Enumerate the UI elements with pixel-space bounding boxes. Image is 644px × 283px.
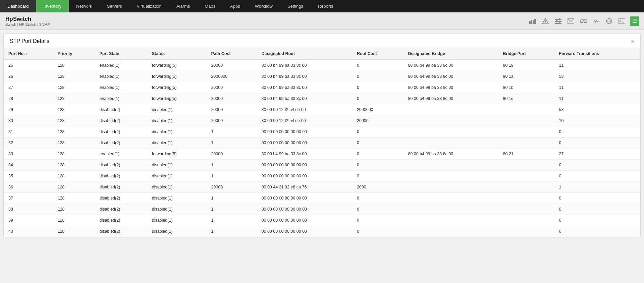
table-row: 35128disabled(2)disabled(1)100 00 00 00 … — [4, 171, 640, 182]
cell-root-cost: 0 — [352, 215, 404, 226]
svg-rect-12 — [559, 22, 560, 24]
cell-path-cost: 1 — [206, 215, 257, 226]
cell-port-state: enabled(1) — [95, 71, 147, 82]
cell-path-cost: 1 — [206, 193, 257, 204]
cell-forward-transitions: 11 — [554, 82, 640, 93]
cell-forward-transitions: 10 — [554, 115, 640, 126]
activity-icon[interactable] — [592, 16, 601, 26]
cell-priority: 128 — [53, 193, 95, 204]
cell-bridge-port — [498, 215, 554, 226]
cell-status: disabled(1) — [147, 104, 207, 115]
col-port-no.[interactable]: Port No. — [4, 48, 53, 60]
svg-rect-18 — [619, 18, 625, 24]
cell-priority: 128 — [53, 93, 95, 104]
cell-bridge-port — [498, 160, 554, 171]
close-button[interactable]: × — [631, 38, 634, 44]
alert-icon[interactable] — [541, 16, 550, 26]
cell-bridge-port — [498, 137, 554, 149]
nav-item-settings[interactable]: Settings — [280, 0, 311, 12]
cell-root-cost: 0 — [352, 71, 404, 82]
cell-status: forwarding(5) — [147, 149, 207, 160]
device-subtitle: Switch | HP Switch | SNMP — [5, 22, 50, 26]
cell-designated-root: 00 00 00 00 00 00 00 00 — [257, 204, 352, 215]
cell-port-state: enabled(1) — [95, 93, 147, 104]
cell-designated-bridge — [403, 171, 498, 182]
cell-port-no.: 32 — [4, 137, 53, 149]
table-row: 31128disabled(2)disabled(1)100 00 00 00 … — [4, 126, 640, 137]
cell-path-cost: 20000 — [206, 115, 257, 126]
cell-port-no.: 27 — [4, 82, 53, 93]
cell-root-cost: 0 — [352, 226, 404, 237]
cell-port-no.: 29 — [4, 104, 53, 115]
globe-icon[interactable] — [604, 16, 614, 26]
mail-icon[interactable] — [566, 16, 576, 26]
cell-status: disabled(1) — [147, 171, 207, 182]
nav-item-dashboard[interactable]: Dashboard — [0, 0, 36, 12]
cell-designated-root: 00 00 00 00 00 00 00 00 — [257, 137, 352, 149]
cell-root-cost: 0 — [352, 60, 404, 71]
config-icon[interactable] — [553, 16, 563, 26]
col-priority: Priority — [53, 48, 95, 60]
link-icon[interactable] — [579, 16, 588, 26]
cell-root-cost: 0 — [352, 160, 404, 171]
chart-icon[interactable] — [528, 16, 537, 26]
cell-status: forwarding(5) — [147, 93, 207, 104]
cell-port-state: disabled(2) — [95, 226, 147, 237]
cell-port-state: enabled(1) — [95, 60, 147, 71]
cell-priority: 128 — [53, 149, 95, 160]
cell-bridge-port: 80 1c — [498, 93, 554, 104]
cell-port-no.: 37 — [4, 193, 53, 204]
cell-port-state: enabled(1) — [95, 82, 147, 93]
nav-item-maps[interactable]: Maps — [197, 0, 223, 12]
table-row: 40128disabled(2)disabled(1)100 00 00 00 … — [4, 226, 640, 237]
cell-designated-root: 00 00 00 00 00 00 00 00 — [257, 171, 352, 182]
table-row: 25128enabled(1)forwarding(5)2000080 00 b… — [4, 60, 640, 71]
cell-forward-transitions: 0 — [554, 204, 640, 215]
nav-item-reports[interactable]: Reports — [311, 0, 341, 12]
cell-designated-root: 00 00 00 00 00 00 00 00 — [257, 126, 352, 137]
col-path-cost: Path Cost — [206, 48, 257, 60]
nav-item-workflow[interactable]: Workflow — [248, 0, 280, 12]
menu-icon[interactable]: ☰ — [630, 16, 639, 26]
cell-root-cost: 0 — [352, 204, 404, 215]
cell-bridge-port — [498, 193, 554, 204]
cell-forward-transitions: 1 — [554, 182, 640, 193]
cell-port-state: disabled(2) — [95, 193, 147, 204]
cell-forward-transitions: 0 — [554, 126, 640, 137]
cell-designated-bridge — [403, 226, 498, 237]
nav-item-apps[interactable]: Apps — [223, 0, 248, 12]
cell-path-cost: 1 — [206, 226, 257, 237]
cell-forward-transitions: 0 — [554, 193, 640, 204]
cell-designated-root: 80 00 b4 99 ba 33 8c 00 — [257, 93, 352, 104]
cell-status: disabled(1) — [147, 126, 207, 137]
cell-status: disabled(1) — [147, 137, 207, 149]
cell-designated-root: 80 00 00 12 f2 b4 de 00 — [257, 115, 352, 126]
table-row: 30128disabled(2)disabled(1)2000080 00 00… — [4, 115, 640, 126]
cell-forward-transitions: 0 — [554, 137, 640, 149]
terminal-icon[interactable] — [617, 16, 627, 26]
cell-bridge-port — [498, 171, 554, 182]
cell-root-cost: 0 — [352, 137, 404, 149]
cell-path-cost: 1 — [206, 160, 257, 171]
cell-port-no.: 34 — [4, 160, 53, 171]
cell-forward-transitions: 0 — [554, 160, 640, 171]
table-row: 34128disabled(2)disabled(1)100 00 00 00 … — [4, 160, 640, 171]
nav-item-network[interactable]: Network — [69, 0, 100, 12]
nav-item-servers[interactable]: Servers — [100, 0, 129, 12]
nav-item-alarms[interactable]: Alarms — [169, 0, 197, 12]
cell-root-cost: 2000 — [352, 182, 404, 193]
cell-designated-root: 80 00 b4 99 ba 33 8c 00 — [257, 60, 352, 71]
cell-status: forwarding(5) — [147, 82, 207, 93]
nav-item-virtualization[interactable]: Virtualization — [129, 0, 169, 12]
cell-root-cost: 0 — [352, 82, 404, 93]
cell-priority: 128 — [53, 104, 95, 115]
cell-port-no.: 30 — [4, 115, 53, 126]
cell-port-state: disabled(2) — [95, 126, 147, 137]
stp-table: Port No.PriorityPort StateStatusPath Cos… — [4, 48, 640, 237]
cell-designated-root: 80 00 b4 99 ba 33 8c 00 — [257, 82, 352, 93]
cell-bridge-port — [498, 115, 554, 126]
cell-forward-transitions: 11 — [554, 93, 640, 104]
cell-bridge-port — [498, 182, 554, 193]
cell-designated-root: 00 00 44 31 92 e8 ca 76 — [257, 182, 352, 193]
nav-item-inventory[interactable]: Inventory — [36, 0, 69, 12]
